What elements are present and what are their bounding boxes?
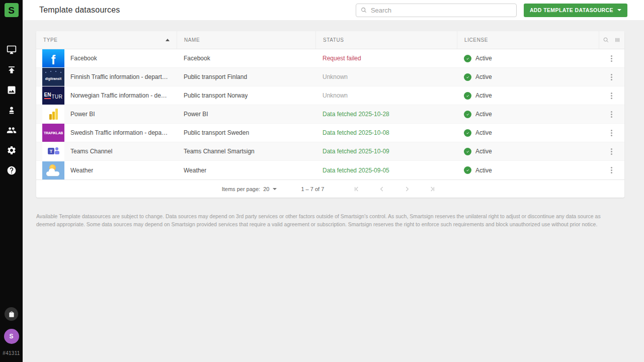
column-header-license[interactable]: LICENSE <box>457 31 599 49</box>
sidebar-bottom: S #41311 <box>0 307 23 356</box>
sidebar-item-media[interactable] <box>2 85 22 95</box>
row-menu-button[interactable] <box>609 146 614 157</box>
teams-logo: T <box>42 142 64 160</box>
items-per-page-select[interactable]: 20 <box>263 186 277 192</box>
sidebar-item-publish[interactable] <box>2 65 22 75</box>
sort-asc-icon <box>166 39 170 41</box>
type-label: Finnish Traffic information - departures <box>70 73 170 80</box>
row-menu-button[interactable] <box>609 109 614 120</box>
user-avatar[interactable]: S <box>4 329 19 344</box>
sidebar: S <box>0 0 23 362</box>
smartsign-logo-letter: S <box>8 6 15 15</box>
topbar: Template datasources ADD TEMPLATE DATASO… <box>23 0 644 20</box>
type-label: Norwegian Traffic information - departur… <box>70 92 170 99</box>
search-box[interactable] <box>356 4 517 17</box>
sidebar-item-settings[interactable] <box>2 145 22 155</box>
previous-page-button[interactable] <box>375 183 388 196</box>
table-row[interactable]: Power BI Power BI Data fetched 2025-10-2… <box>36 105 624 124</box>
row-menu-button[interactable] <box>609 128 614 138</box>
name-label: Public transport Norway <box>184 92 248 99</box>
user-avatar-letter: S <box>9 333 13 340</box>
column-label-type: TYPE <box>43 37 58 43</box>
license-check-icon <box>464 73 471 81</box>
sidebar-item-users[interactable] <box>2 125 22 135</box>
status-label: Unknown <box>323 92 348 99</box>
license-label: Active <box>475 167 492 174</box>
chevron-left-icon <box>378 185 386 193</box>
player-icon <box>7 105 17 115</box>
license-check-icon <box>464 148 471 155</box>
account-id: #41311 <box>3 350 20 356</box>
row-menu-button[interactable] <box>609 53 614 64</box>
add-template-datasource-button[interactable]: ADD TEMPLATE DATASOURCE <box>524 4 627 17</box>
last-page-icon <box>428 185 436 193</box>
table-row[interactable]: digitransit Finnish Traffic information … <box>36 68 624 86</box>
status-label: Data fetched 2025-10-08 <box>323 129 389 136</box>
license-label: Active <box>475 55 492 62</box>
chevron-down-icon <box>617 9 621 11</box>
media-icon <box>7 85 17 95</box>
type-label: Weather <box>70 167 93 174</box>
search-input[interactable] <box>371 7 512 14</box>
last-page-button[interactable] <box>426 183 439 196</box>
help-icon <box>7 165 17 175</box>
next-page-button[interactable] <box>400 183 414 196</box>
table-row[interactable]: ENTUR Norwegian Traffic information - de… <box>36 86 624 105</box>
row-menu-button[interactable] <box>609 90 614 101</box>
column-settings-button[interactable] <box>614 36 621 44</box>
type-label: Facebook <box>70 55 97 62</box>
status-label: Data fetched 2025-10-09 <box>323 148 389 155</box>
sidebar-item-screens[interactable] <box>2 45 22 55</box>
type-label: Swedish Traffic information - departures <box>70 129 170 136</box>
search-icon <box>360 7 367 14</box>
license-check-icon <box>464 129 471 137</box>
status-label: Data fetched 2025-10-28 <box>323 111 389 118</box>
monitor-icon <box>7 45 17 55</box>
column-header-status[interactable]: STATUS <box>315 31 457 49</box>
content: TYPE NAME STATUS LICENSE <box>23 20 644 229</box>
table-row[interactable]: T Teams Channel Teams Channel Smartsign … <box>36 142 624 161</box>
chevron-down-icon <box>273 188 277 190</box>
app-window: S <box>0 0 644 362</box>
column-label-status: STATUS <box>323 37 344 43</box>
facebook-logo: f <box>42 49 64 67</box>
settings-gear-icon <box>7 145 17 155</box>
name-label: Teams Channel Smartsign <box>184 148 255 155</box>
status-label: Unknown <box>323 73 348 80</box>
table-row[interactable]: f Facebook Facebook Request failed Activ… <box>36 49 624 68</box>
table-row[interactable]: TRAFIKLAB Swedish Traffic information - … <box>36 124 624 142</box>
column-header-type[interactable]: TYPE <box>36 31 177 49</box>
license-check-icon <box>464 55 471 62</box>
smartsign-logo[interactable]: S <box>5 3 19 17</box>
publish-icon <box>7 65 17 75</box>
table-search-button[interactable] <box>602 36 610 44</box>
column-label-name: NAME <box>184 37 200 43</box>
sidebar-item-help[interactable] <box>2 165 22 175</box>
first-page-button[interactable] <box>350 183 363 196</box>
table-body: f Facebook Facebook Request failed Activ… <box>36 49 624 179</box>
license-label: Active <box>475 111 492 118</box>
sidebar-item-players[interactable] <box>2 105 22 115</box>
pagination-range: 1 – 7 of 7 <box>301 186 324 192</box>
chevron-right-icon <box>403 185 411 193</box>
shopping-bag-icon <box>8 311 15 318</box>
name-label: Power BI <box>184 111 208 118</box>
table-header: TYPE NAME STATUS LICENSE <box>36 31 624 49</box>
row-menu-button[interactable] <box>609 72 614 82</box>
items-per-page-label: Items per page: <box>222 186 260 192</box>
pagination: Items per page: 20 1 – 7 of 7 <box>36 179 624 198</box>
type-label: Teams Channel <box>70 148 112 155</box>
column-label-license: LICENSE <box>464 37 488 43</box>
table-row[interactable]: Weather Weather Data fetched 2025-09-05 … <box>36 161 624 179</box>
column-header-name[interactable]: NAME <box>177 31 315 49</box>
name-label: Public transport Sweden <box>184 129 249 136</box>
license-label: Active <box>475 92 492 99</box>
row-menu-button[interactable] <box>609 165 614 175</box>
name-label: Public transport Finland <box>184 73 247 80</box>
name-label: Weather <box>184 167 206 174</box>
column-header-actions <box>599 31 624 49</box>
license-check-icon <box>464 166 471 174</box>
status-label: Data fetched 2025-09-05 <box>323 167 389 174</box>
page-title: Template datasources <box>39 6 120 15</box>
store-button[interactable] <box>5 307 18 321</box>
